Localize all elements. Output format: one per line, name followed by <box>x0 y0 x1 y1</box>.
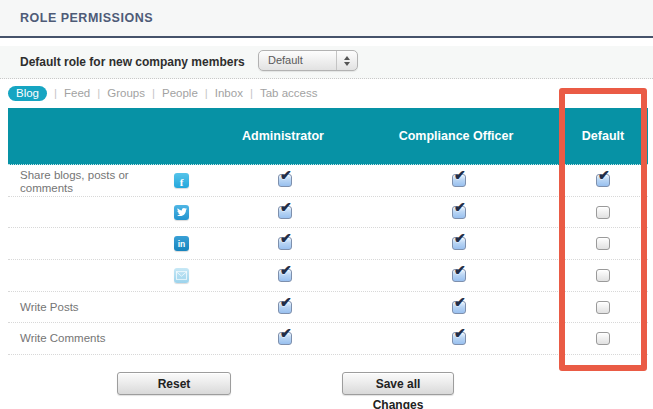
tab-inbox[interactable]: Inbox <box>215 87 243 99</box>
checkbox-default-unchecked[interactable] <box>596 301 610 314</box>
column-header-default: Default <box>563 108 643 164</box>
checkbox-compliance-officer-checked[interactable]: ✔ <box>452 269 466 282</box>
column-header-compliance-officer: Compliance Officer <box>396 108 516 164</box>
table-body: Share blogs, posts or commentsf✔✔✔✔✔in✔✔… <box>8 165 648 355</box>
tab-blog[interactable]: Blog <box>8 86 47 101</box>
default-role-section: Default role for new company members Def… <box>0 46 653 79</box>
email-icon <box>174 268 189 283</box>
checkmark-icon: ✔ <box>454 200 466 214</box>
checkbox-compliance-officer-checked[interactable]: ✔ <box>452 237 466 250</box>
checkmark-icon: ✔ <box>280 326 292 340</box>
column-header-administrator: Administrator <box>233 108 333 164</box>
checkbox-compliance-officer-checked[interactable]: ✔ <box>452 174 466 187</box>
page-title: ROLE PERMISSIONS <box>20 0 153 36</box>
tab-feed[interactable]: Feed <box>64 87 90 99</box>
checkmark-icon: ✔ <box>280 295 292 309</box>
row-icon-cell <box>174 205 190 221</box>
row-icon-cell: f <box>174 173 190 189</box>
checkbox-default-checked[interactable]: ✔ <box>596 174 610 187</box>
tabs-bar: Blog|Feed|Groups|People|Inbox|Tab access <box>8 84 317 102</box>
checkmark-icon: ✔ <box>454 168 466 182</box>
table-row: Write Comments✔✔ <box>8 323 648 355</box>
row-label: Write Comments <box>20 332 170 345</box>
checkbox-compliance-officer-checked[interactable]: ✔ <box>452 301 466 314</box>
role-permissions-panel: ROLE PERMISSIONS Default role for new co… <box>0 0 653 409</box>
tab-groups[interactable]: Groups <box>107 87 145 99</box>
tab-separator: | <box>97 87 100 99</box>
checkbox-administrator-checked[interactable]: ✔ <box>278 174 292 187</box>
row-label: Write Posts <box>20 301 170 314</box>
checkmark-icon: ✔ <box>280 168 292 182</box>
row-icon-cell: in <box>174 236 190 252</box>
checkbox-administrator-checked[interactable]: ✔ <box>278 206 292 219</box>
table-row: Share blogs, posts or commentsf✔✔✔ <box>8 165 648 197</box>
checkbox-administrator-checked[interactable]: ✔ <box>278 237 292 250</box>
twitter-icon <box>174 205 189 220</box>
tab-people[interactable]: People <box>162 87 198 99</box>
checkbox-default-unchecked[interactable] <box>596 269 610 282</box>
checkmark-icon: ✔ <box>454 263 466 277</box>
checkmark-icon: ✔ <box>598 168 610 182</box>
checkmark-icon: ✔ <box>280 263 292 277</box>
row-icon-cell <box>174 268 190 284</box>
row-label: Share blogs, posts or comments <box>20 169 170 195</box>
select-stepper-icon <box>336 51 357 70</box>
table-row: in✔✔ <box>8 228 648 260</box>
checkmark-icon: ✔ <box>280 231 292 245</box>
checkmark-icon: ✔ <box>454 326 466 340</box>
default-role-select[interactable]: Default <box>258 50 358 71</box>
table-row: ✔✔ <box>8 260 648 292</box>
reset-button[interactable]: Reset <box>117 372 231 395</box>
page-header: ROLE PERMISSIONS <box>0 0 653 38</box>
tab-tab-access[interactable]: Tab access <box>260 87 318 99</box>
tab-separator: | <box>205 87 208 99</box>
tab-separator: | <box>152 87 155 99</box>
default-role-label: Default role for new company members <box>20 46 245 79</box>
linkedin-icon: in <box>174 236 189 251</box>
checkbox-administrator-checked[interactable]: ✔ <box>278 269 292 282</box>
tab-separator: | <box>54 87 57 99</box>
table-row: Write Posts✔✔ <box>8 292 648 324</box>
tab-separator: | <box>250 87 253 99</box>
checkbox-default-unchecked[interactable] <box>596 237 610 250</box>
checkbox-default-unchecked[interactable] <box>596 332 610 345</box>
table-header: Administrator Compliance Officer Default <box>8 108 648 165</box>
checkbox-compliance-officer-checked[interactable]: ✔ <box>452 206 466 219</box>
checkbox-default-unchecked[interactable] <box>596 206 610 219</box>
checkmark-icon: ✔ <box>454 295 466 309</box>
default-role-select-value: Default <box>268 51 303 70</box>
checkmark-icon: ✔ <box>454 231 466 245</box>
checkbox-administrator-checked[interactable]: ✔ <box>278 332 292 345</box>
save-all-changes-button[interactable]: Save all Changes <box>342 372 454 395</box>
facebook-icon: f <box>174 173 189 188</box>
table-row: ✔✔ <box>8 197 648 229</box>
checkbox-administrator-checked[interactable]: ✔ <box>278 301 292 314</box>
checkmark-icon: ✔ <box>280 200 292 214</box>
checkbox-compliance-officer-checked[interactable]: ✔ <box>452 332 466 345</box>
